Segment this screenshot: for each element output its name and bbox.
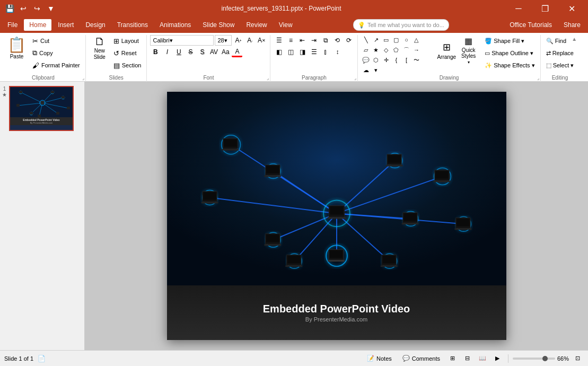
strikethrough-button[interactable]: S <box>185 47 196 57</box>
shape-brace[interactable]: { <box>391 55 401 65</box>
zoom-slider[interactable] <box>513 358 555 360</box>
italic-button[interactable]: I <box>162 47 172 57</box>
clipboard-small-buttons: ✂ Cut ⧉ Copy 🖌 Format Painter <box>30 35 82 71</box>
shape-diamond[interactable]: ◇ <box>381 45 391 55</box>
convert-button[interactable]: ⟳ <box>344 35 354 46</box>
menu-design[interactable]: Design <box>80 19 110 31</box>
arrange-button[interactable]: ⊞ Arrange <box>435 40 458 61</box>
paragraph-expand-icon[interactable]: ⌟ <box>354 75 356 81</box>
bullets-button[interactable]: ☰ <box>274 35 284 46</box>
align-right-button[interactable]: ◨ <box>297 47 308 57</box>
replace-button[interactable]: ⇄ Replace <box>544 47 576 59</box>
section-button[interactable]: ▤ Section <box>111 59 144 71</box>
shape-parallelogram[interactable]: ▱ <box>361 45 371 55</box>
reset-button[interactable]: ↺ Reset <box>111 47 144 59</box>
case-button[interactable]: Aa <box>220 47 231 57</box>
shape-pentagon[interactable]: ⬠ <box>391 45 401 55</box>
bold-button[interactable]: B <box>150 47 161 57</box>
slide-canvas[interactable]: Embedded PowerPoint Video By PresenterMe… <box>167 92 506 340</box>
shape-star[interactable]: ★ <box>371 45 381 55</box>
slideshow-view-button[interactable]: ▶ <box>491 352 504 365</box>
underline-button[interactable]: U <box>173 47 184 57</box>
close-button[interactable]: ✕ <box>559 0 584 17</box>
shape-effects-button[interactable]: ✨ Shape Effects ▾ <box>482 59 537 71</box>
undo-icon[interactable]: ↩ <box>18 3 29 14</box>
font-shrink-button[interactable]: A- <box>244 35 255 46</box>
menu-view[interactable]: View <box>274 19 298 31</box>
zoom-fit-button[interactable]: ⊡ <box>571 352 584 365</box>
reading-view-button[interactable]: 📖 <box>476 352 489 365</box>
comments-button[interactable]: 💬 Comments <box>398 354 444 363</box>
shape-cross[interactable]: ✛ <box>381 55 391 65</box>
customize-icon[interactable]: ▼ <box>46 3 56 14</box>
align-center-button[interactable]: ◫ <box>285 47 296 57</box>
shape-circle[interactable]: ○ <box>401 35 411 45</box>
menu-animations[interactable]: Animations <box>154 19 196 31</box>
smartart-button[interactable]: ⧉ <box>320 35 331 46</box>
shape-curved[interactable]: ⌒ <box>401 45 411 55</box>
menu-home[interactable]: Home <box>24 19 51 31</box>
shape-round-rect[interactable]: ▢ <box>391 35 401 45</box>
normal-view-button[interactable]: ⊞ <box>446 352 459 365</box>
numbering-button[interactable]: ≡ <box>285 35 296 46</box>
shape-callout[interactable]: 💬 <box>361 55 371 65</box>
shape-arrow[interactable]: ↗ <box>371 35 381 45</box>
menu-insert[interactable]: Insert <box>52 19 79 31</box>
align-left-button[interactable]: ◧ <box>274 47 284 57</box>
format-painter-button[interactable]: 🖌 Format Painter <box>30 59 82 71</box>
save-icon[interactable]: 💾 <box>4 3 15 14</box>
shape-line[interactable]: ╲ <box>361 35 371 45</box>
shape-right-arrow[interactable]: → <box>411 45 421 55</box>
shape-triangle[interactable]: △ <box>411 35 421 45</box>
restore-button[interactable]: ❐ <box>533 0 557 17</box>
menu-file[interactable]: File <box>2 19 23 31</box>
notes-button[interactable]: 📝 Notes <box>363 354 396 363</box>
quick-styles-button[interactable]: ▦ QuickStyles ▾ <box>459 35 478 66</box>
shadow-button[interactable]: S <box>197 47 207 57</box>
font-clear-button[interactable]: A✕ <box>256 35 267 46</box>
slide-thumbnail[interactable]: Embedded PowerPoint Video By PresenterMe… <box>9 86 74 131</box>
font-expand-icon[interactable]: ⌟ <box>267 75 269 81</box>
drawing-expand-icon[interactable]: ⌟ <box>537 75 539 81</box>
increase-indent-button[interactable]: ⇥ <box>309 35 319 46</box>
columns-button[interactable]: ⫿ <box>320 47 331 57</box>
select-button[interactable]: ⬚ Select ▾ <box>544 59 576 71</box>
shape-rect[interactable]: ▭ <box>381 35 391 45</box>
decrease-indent-button[interactable]: ⇤ <box>297 35 308 46</box>
layout-button[interactable]: ⊞ Layout <box>111 35 144 47</box>
copy-button[interactable]: ⧉ Copy <box>30 47 82 59</box>
clipboard-expand-icon[interactable]: ⌟ <box>82 75 84 81</box>
find-button[interactable]: 🔍 Find <box>544 35 576 47</box>
redo-icon[interactable]: ↪ <box>32 3 42 14</box>
text-direction-button[interactable]: ⟲ <box>332 35 343 46</box>
shape-fill-button[interactable]: 🪣 Shape Fill ▾ <box>482 35 537 47</box>
menu-transitions[interactable]: Transitions <box>112 19 153 31</box>
minimize-button[interactable]: ─ <box>506 0 531 17</box>
shape-wave[interactable]: 〜 <box>411 55 421 65</box>
font-color-button[interactable]: A <box>232 47 242 57</box>
slide-sorter-button[interactable]: ⊟ <box>461 352 474 365</box>
svg-rect-72 <box>382 256 395 263</box>
new-slide-button[interactable]: 🗋 NewSlide <box>89 35 110 62</box>
menu-slideshow[interactable]: Slide Show <box>197 19 240 31</box>
font-size-dropdown[interactable]: 28▾ <box>215 35 232 46</box>
office-tutorials[interactable]: Office Tutorials <box>504 19 557 31</box>
shape-outline-button[interactable]: ▭ Shape Outline ▾ <box>482 47 537 59</box>
shape-more[interactable]: ▾ <box>371 65 381 75</box>
menu-review[interactable]: Review <box>241 19 272 31</box>
font-grow-button[interactable]: A+ <box>233 35 243 46</box>
shape-hexagon[interactable]: ⬡ <box>371 55 381 65</box>
font-name-dropdown[interactable]: Calibri▾ <box>150 35 214 46</box>
shape-bracket[interactable]: [ <box>401 55 411 65</box>
shape-cloud[interactable]: ☁ <box>361 65 371 75</box>
justify-button[interactable]: ☰ <box>309 47 319 57</box>
arrange-icon: ⊞ <box>443 41 451 53</box>
share-button[interactable]: Share <box>558 19 586 31</box>
spacing-button[interactable]: AV <box>208 47 219 57</box>
ribbon-collapse-icon[interactable]: ▲ <box>572 36 577 42</box>
tell-me-input[interactable]: 💡 Tell me what you want to do... <box>353 19 449 31</box>
line-spacing-button[interactable]: ↕ <box>332 47 343 57</box>
paste-button[interactable]: 📋 Paste <box>4 35 29 60</box>
cut-button[interactable]: ✂ Cut <box>30 35 82 47</box>
zoom-thumb[interactable] <box>542 356 548 361</box>
